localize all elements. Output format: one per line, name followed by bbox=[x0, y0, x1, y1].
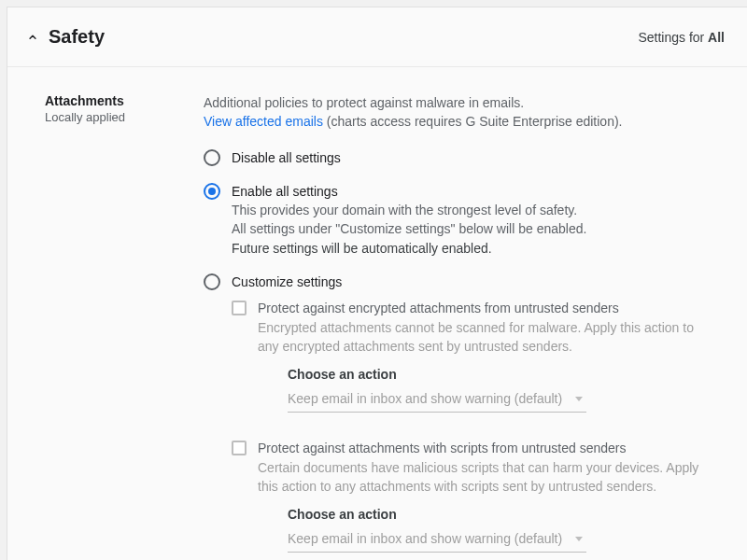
section-applied: Locally applied bbox=[45, 110, 204, 124]
chevron-up-icon[interactable] bbox=[26, 31, 39, 44]
checkbox-icon[interactable] bbox=[232, 441, 247, 455]
panel-body: Attachments Locally applied Additional p… bbox=[7, 67, 747, 560]
section-content: Additional policies to protect against m… bbox=[204, 93, 725, 560]
radio-icon[interactable] bbox=[204, 273, 220, 290]
settings-for-label: Settings for All bbox=[638, 30, 725, 45]
radio-label: Enable all settings This provides your d… bbox=[232, 182, 586, 258]
checkbox-icon[interactable] bbox=[232, 301, 247, 315]
header-left: Safety bbox=[26, 26, 105, 48]
action-dropdown-scripts[interactable]: Keep email in inbox and show warning (de… bbox=[288, 527, 586, 553]
section-sidebar: Attachments Locally applied bbox=[45, 93, 204, 560]
chevron-down-icon bbox=[575, 397, 583, 401]
radio-customize[interactable]: Customize settings bbox=[204, 273, 715, 291]
dropdown-value: Keep email in inbox and show warning (de… bbox=[288, 391, 562, 406]
radio-enable-all[interactable]: Enable all settings This provides your d… bbox=[204, 182, 715, 258]
action-dropdown-encrypted[interactable]: Keep email in inbox and show warning (de… bbox=[288, 387, 586, 413]
action-label: Choose an action bbox=[288, 507, 715, 522]
action-block-scripts: Choose an action Keep email in inbox and… bbox=[232, 507, 715, 553]
action-block-encrypted: Choose an action Keep email in inbox and… bbox=[232, 367, 715, 413]
checkbox-label: Protect against attachments with scripts… bbox=[258, 439, 715, 496]
panel-header: Safety Settings for All bbox=[7, 7, 747, 67]
radio-label: Customize settings bbox=[232, 273, 342, 291]
safety-panel: Safety Settings for All Attachments Loca… bbox=[7, 7, 747, 560]
view-affected-emails-link[interactable]: View affected emails bbox=[204, 114, 323, 129]
checkbox-encrypted-attachments[interactable]: Protect against encrypted attachments fr… bbox=[232, 299, 715, 356]
customize-settings-group: Protect against encrypted attachments fr… bbox=[204, 299, 715, 553]
panel-title: Safety bbox=[49, 26, 105, 48]
chevron-down-icon bbox=[575, 537, 583, 541]
radio-group: Disable all settings Enable all settings… bbox=[204, 148, 715, 292]
checkbox-script-attachments[interactable]: Protect against attachments with scripts… bbox=[232, 439, 715, 496]
radio-label: Disable all settings bbox=[232, 148, 341, 167]
checkbox-label: Protect against encrypted attachments fr… bbox=[258, 299, 715, 356]
radio-icon[interactable] bbox=[204, 149, 220, 166]
action-label: Choose an action bbox=[288, 367, 715, 382]
radio-disable-all[interactable]: Disable all settings bbox=[204, 148, 715, 167]
section-description-2: View affected emails (charts access requ… bbox=[204, 112, 715, 131]
section-description-1: Additional policies to protect against m… bbox=[204, 93, 715, 112]
dropdown-value: Keep email in inbox and show warning (de… bbox=[288, 531, 562, 546]
section-name: Attachments bbox=[45, 93, 204, 108]
radio-icon[interactable] bbox=[204, 183, 220, 200]
